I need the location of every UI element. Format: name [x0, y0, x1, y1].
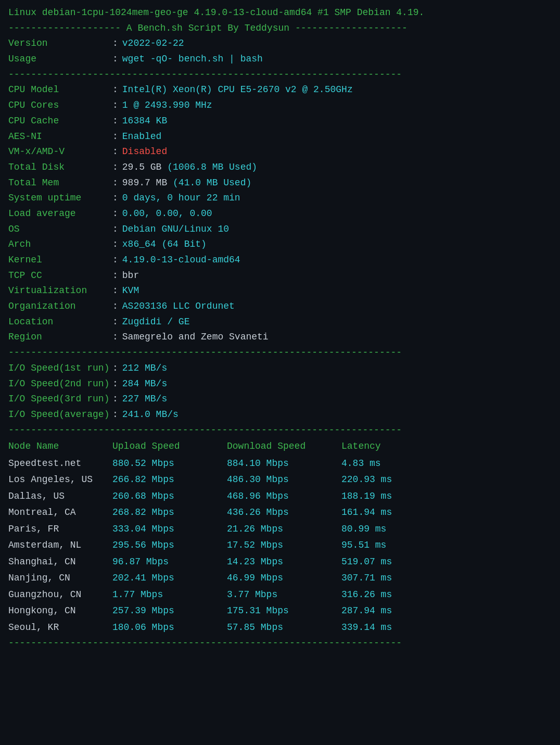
network-table-header: Node Name Upload Speed Download Speed La… [8, 438, 552, 455]
latency: 316.26 ms [341, 587, 392, 603]
version-row: Version : v2022-02-22 [8, 36, 552, 52]
load-row: Load average : 0.00, 0.00, 0.00 [8, 206, 552, 222]
uptime-row: System uptime : 0 days, 0 hour 22 min [8, 191, 552, 206]
node-name: Los Angeles, US [8, 472, 112, 488]
os-row: OS : Debian GNU/Linux 10 [8, 222, 552, 237]
kernel-value: 4.19.0-13-cloud-amd64 [122, 252, 240, 268]
os-label: OS [8, 222, 112, 237]
tcp-row: TCP CC : bbr [8, 268, 552, 284]
region-row: Region : Samegrelo and Zemo Svaneti [8, 330, 552, 345]
version-value: v2022-02-22 [122, 36, 184, 52]
separator-3: ----------------------------------------… [8, 345, 552, 361]
io-avg-row: I/O Speed(average) : 241.0 MB/s [8, 407, 552, 423]
vm-row: VM-x/AMD-V : Disabled [8, 144, 552, 160]
region-value: Samegrelo and Zemo Svaneti [122, 330, 269, 345]
latency: 519.07 ms [341, 554, 392, 571]
node-name: Seoul, KR [8, 620, 112, 636]
io-run2-label: I/O Speed(2nd run) [8, 376, 112, 392]
latency: 220.93 ms [341, 472, 392, 488]
aes-row: AES-NI : Enabled [8, 129, 552, 145]
io-run1-row: I/O Speed(1st run) : 212 MB/s [8, 361, 552, 376]
download-speed: 21.26 Mbps [227, 521, 341, 538]
download-speed: 14.23 Mbps [227, 554, 341, 571]
cpu-cores-row: CPU Cores : 1 @ 2493.990 MHz [8, 98, 552, 113]
mem-label: Total Mem [8, 175, 112, 191]
separator-5: ----------------------------------------… [8, 636, 552, 651]
node-name: Nanjing, CN [8, 570, 112, 587]
table-row: Seoul, KR 180.06 Mbps 57.85 Mbps 339.14 … [8, 620, 552, 636]
cpu-model-value: Intel(R) Xeon(R) CPU E5-2670 v2 @ 2.50GH… [122, 82, 353, 98]
load-label: Load average [8, 206, 112, 222]
upload-speed: 180.06 Mbps [112, 620, 227, 636]
usage-value: wget -qO- bench.sh | bash [122, 52, 263, 67]
node-name: Montreal, CA [8, 504, 112, 521]
mem-value-size: 989.7 MB [122, 175, 167, 191]
download-speed: 17.52 Mbps [227, 537, 341, 554]
header-latency: Latency [341, 438, 381, 455]
upload-speed: 96.87 Mbps [112, 554, 227, 571]
node-name: Hongkong, CN [8, 603, 112, 620]
loc-label: Location [8, 314, 112, 330]
download-speed: 175.31 Mbps [227, 603, 341, 620]
header-download: Download Speed [227, 438, 341, 455]
download-speed: 486.30 Mbps [227, 472, 341, 488]
separator-1: -------------------- A Bench.sh Script B… [8, 21, 552, 36]
upload-speed: 333.04 Mbps [112, 521, 227, 538]
kernel-label: Kernel [8, 252, 112, 268]
mem-row: Total Mem : 989.7 MB (41.0 MB Used) [8, 175, 552, 191]
header-upload: Upload Speed [112, 438, 227, 455]
io-run1-value: 212 MB/s [122, 361, 167, 376]
node-name: Guangzhou, CN [8, 587, 112, 603]
io-avg-value: 241.0 MB/s [122, 407, 179, 423]
header-line: Linux debian-1cpu-1024mem-geo-ge 4.19.0-… [8, 5, 552, 21]
upload-speed: 880.52 Mbps [112, 456, 227, 472]
org-value: AS203136 LLC Ordunet [122, 299, 235, 314]
tcp-label: TCP CC [8, 268, 112, 284]
uptime-value: 0 days, 0 hour 22 min [122, 191, 240, 206]
download-speed: 468.96 Mbps [227, 488, 341, 505]
latency: 188.19 ms [341, 488, 392, 505]
table-row: Speedtest.net 880.52 Mbps 884.10 Mbps 4.… [8, 456, 552, 472]
virt-row: Virtualization : KVM [8, 283, 552, 299]
mem-value-used: (41.0 MB Used) [173, 175, 251, 191]
vm-label: VM-x/AMD-V [8, 144, 112, 160]
virt-value: KVM [122, 283, 139, 299]
vm-value: Disabled [122, 144, 167, 160]
upload-speed: 1.77 Mbps [112, 587, 227, 603]
download-speed: 884.10 Mbps [227, 456, 341, 472]
table-row: Nanjing, CN 202.41 Mbps 46.99 Mbps 307.7… [8, 570, 552, 587]
io-run2-row: I/O Speed(2nd run) : 284 MB/s [8, 376, 552, 392]
cpu-cores-value: 1 @ 2493.990 MHz [122, 98, 212, 113]
table-row: Hongkong, CN 257.39 Mbps 175.31 Mbps 287… [8, 603, 552, 620]
table-row: Dallas, US 260.68 Mbps 468.96 Mbps 188.1… [8, 488, 552, 505]
node-name: Amsterdam, NL [8, 537, 112, 554]
disk-label: Total Disk [8, 160, 112, 175]
upload-speed: 266.82 Mbps [112, 472, 227, 488]
download-speed: 436.26 Mbps [227, 504, 341, 521]
latency: 339.14 ms [341, 620, 392, 636]
cpu-model-label: CPU Model [8, 82, 112, 98]
usage-label: Usage [8, 52, 112, 67]
download-speed: 3.77 Mbps [227, 587, 341, 603]
node-name: Shanghai, CN [8, 554, 112, 571]
table-row: Los Angeles, US 266.82 Mbps 486.30 Mbps … [8, 472, 552, 488]
cpu-cache-value: 16384 KB [122, 113, 167, 129]
arch-label: Arch [8, 237, 112, 252]
upload-speed: 257.39 Mbps [112, 603, 227, 620]
upload-speed: 202.41 Mbps [112, 570, 227, 587]
cpu-cache-row: CPU Cache : 16384 KB [8, 113, 552, 129]
table-row: Paris, FR 333.04 Mbps 21.26 Mbps 80.99 m… [8, 521, 552, 538]
os-value: Debian GNU/Linux 10 [122, 222, 229, 237]
io-avg-label: I/O Speed(average) [8, 407, 112, 423]
table-row: Montreal, CA 268.82 Mbps 436.26 Mbps 161… [8, 504, 552, 521]
uptime-label: System uptime [8, 191, 112, 206]
version-label: Version [8, 36, 112, 52]
load-value: 0.00, 0.00, 0.00 [122, 206, 212, 222]
aes-label: AES-NI [8, 129, 112, 145]
latency: 80.99 ms [341, 521, 386, 538]
usage-row: Usage : wget -qO- bench.sh | bash [8, 52, 552, 67]
latency: 95.51 ms [341, 537, 386, 554]
latency: 307.71 ms [341, 570, 392, 587]
latency: 4.83 ms [341, 456, 381, 472]
table-row: Shanghai, CN 96.87 Mbps 14.23 Mbps 519.0… [8, 554, 552, 571]
